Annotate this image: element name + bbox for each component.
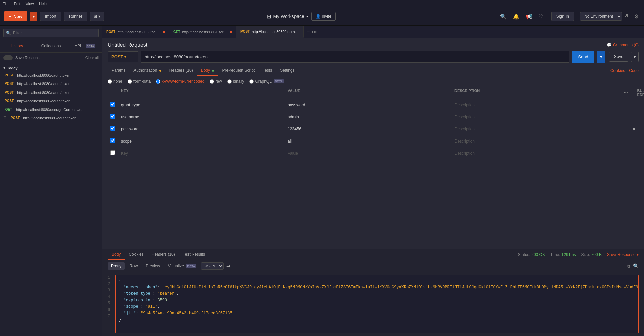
code-link[interactable]: Code [629,68,639,73]
tabs-actions: + ••• [304,29,319,35]
request-tabs: Params Authorization Headers (10) Body P… [102,65,644,76]
import-button[interactable]: Import [40,12,61,21]
list-item[interactable]: POST http://localhost:8080/oauth/token [0,89,102,97]
send-dropdown-button[interactable]: ▾ [597,51,605,63]
history-list: POST http://localhost:8080/oauth/token P… [0,71,102,122]
option-raw[interactable]: raw [210,79,222,84]
key-input[interactable] [121,103,282,107]
row-checkbox[interactable] [110,150,115,155]
wrap-icon[interactable]: ⇌ [225,263,232,269]
save-response-button[interactable]: Save Response ▾ [607,252,639,257]
bulk-edit-button[interactable]: Bulk Edit [635,89,644,97]
tab-authorization[interactable]: Authorization [129,65,165,76]
desc-input[interactable] [454,103,616,107]
request-tab-0[interactable]: POST http://localhost:8080/oauth/to... [102,26,169,38]
key-input[interactable] [121,139,282,144]
menu-help[interactable]: Help [39,2,47,6]
format-preview[interactable]: Preview [142,262,163,270]
invite-button[interactable]: 👤 Invite [311,12,336,21]
list-item[interactable]: ☰ POST http://localhost:8080/oauth/token [0,114,102,122]
format-visualize[interactable]: Visualize BETA [165,262,200,270]
format-pretty[interactable]: Pretty [108,262,125,270]
desc-input[interactable] [454,151,616,156]
workspace-chevron-icon: ▾ [306,15,308,18]
new-button[interactable]: + New [4,11,27,21]
save-button[interactable]: Save [609,52,628,62]
desc-input[interactable] [454,115,616,119]
option-graphql[interactable]: GraphQL BETA [249,79,284,84]
tab-headers[interactable]: Headers (10) [165,65,197,76]
response-tab-headers[interactable]: Headers (10) [148,249,179,260]
list-item[interactable]: GET http://localhost:8080/user/getCurren… [0,106,102,114]
new-tab-button[interactable]: + [306,29,310,35]
signin-button[interactable]: Sign In [551,12,574,21]
tab-tests[interactable]: Tests [259,65,276,76]
option-form-data[interactable]: form-data [128,79,151,84]
method-select[interactable]: POST ▾ [108,51,138,62]
today-section-title[interactable]: ▾ Today [3,66,99,70]
option-urlencoded[interactable]: x-www-form-urlencoded [156,79,204,84]
menu-view[interactable]: View [26,2,34,6]
option-none[interactable]: none [108,79,122,84]
tab-history[interactable]: History [0,40,34,52]
row-checkbox[interactable] [110,114,115,119]
send-button[interactable]: Send [572,51,594,63]
value-input[interactable] [288,103,449,107]
save-dropdown-button[interactable]: ▾ [631,52,639,62]
search-icon[interactable]: 🔍 [499,12,508,21]
key-input[interactable] [121,115,282,119]
row-checkbox[interactable] [110,126,115,131]
tabs-more-button[interactable]: ••• [312,29,317,35]
value-input[interactable] [288,127,449,131]
response-tab-cookies[interactable]: Cookies [125,249,147,260]
tab-body[interactable]: Body [197,65,218,76]
settings-icon[interactable]: ⚙ [633,12,640,21]
heart-icon[interactable]: ♡ [537,12,544,21]
response-tab-body[interactable]: Body [108,249,125,260]
eye-icon[interactable]: 👁 [623,12,631,21]
bell-icon[interactable]: 📢 [524,12,534,21]
environment-select[interactable]: No Environment [580,12,622,21]
desc-input[interactable] [454,127,616,131]
notifications-icon[interactable]: 🔔 [512,12,521,21]
key-input[interactable] [121,127,282,131]
row-checkbox[interactable] [110,138,115,143]
comments-link[interactable]: 💬 Comments (0) [607,43,639,47]
value-input[interactable] [288,115,449,119]
option-binary[interactable]: binary [227,79,244,84]
value-input[interactable] [288,139,449,144]
key-input[interactable] [121,151,282,156]
tab-settings[interactable]: Settings [276,65,299,76]
tab-collections[interactable]: Collections [34,40,68,52]
copy-icon[interactable]: ⧉ [627,263,630,269]
save-responses-toggle[interactable] [3,55,13,60]
new-dropdown-button[interactable]: ▾ [30,12,37,21]
row-checkbox[interactable] [110,102,115,107]
url-input[interactable] [141,51,569,63]
extra-button[interactable]: ⊞ ▾ [90,12,104,21]
menu-edit[interactable]: Edit [14,2,20,6]
response-tab-testresults[interactable]: Test Results [179,249,209,260]
clear-all-button[interactable]: Clear all [85,56,99,60]
tab-apis[interactable]: APIs BETA [68,40,102,52]
tab-prerequest[interactable]: Pre-request Script [218,65,259,76]
request-tab-2[interactable]: POST http://localhost:8080/oauth/to... [236,26,304,38]
list-item[interactable]: POST http://localhost:8080/oauth/token [0,71,102,80]
menu-file[interactable]: File [3,2,9,6]
filter-input[interactable] [3,29,99,37]
workspace-button[interactable]: ⊞ My Workspace ▾ [267,13,308,20]
list-item[interactable]: POST http://localhost:8080/oauth/token [0,97,102,105]
delete-row-button[interactable]: ✕ [619,126,639,132]
cookies-link[interactable]: Cookies [610,68,625,73]
desc-input[interactable] [454,139,616,144]
list-item[interactable]: POST http://localhost:8080/oauth/token [0,80,102,88]
value-input[interactable] [288,151,449,156]
request-tab-1[interactable]: GET http://localhost:8080/user/getC... [169,26,236,38]
find-icon[interactable]: 🔍 [633,263,639,269]
tab-params[interactable]: Params [108,65,129,76]
format-select[interactable]: JSON [201,262,224,270]
runner-button[interactable]: Runner [64,12,87,21]
format-raw[interactable]: Raw [126,262,141,270]
tab-modified-dot [230,31,232,33]
table-more-button[interactable]: ••• [621,91,631,95]
